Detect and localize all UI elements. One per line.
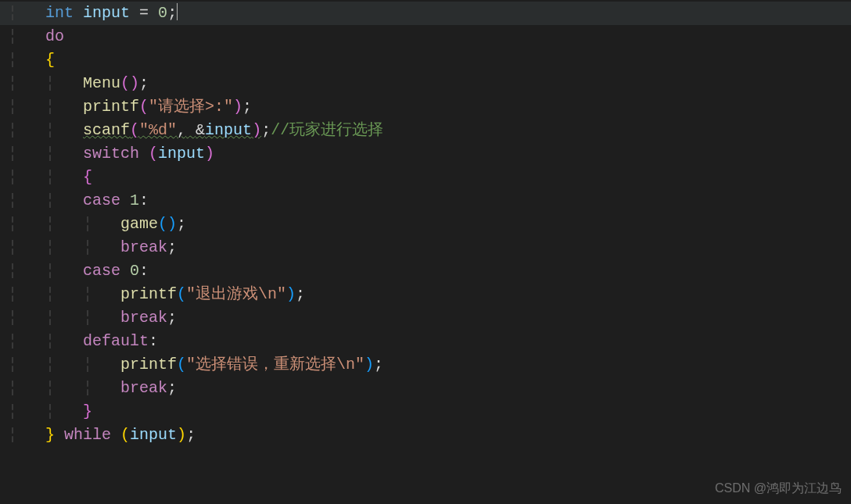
keyword-break: break	[120, 238, 167, 256]
function-game: game	[120, 215, 158, 233]
code-line[interactable]: ¦ ¦ scanf("%d", &input);//玩家进行选择	[0, 119, 851, 142]
brace-open: {	[45, 51, 55, 69]
keyword-while: while	[64, 426, 111, 444]
string-literal: "退出游戏\n"	[186, 285, 286, 303]
keyword-break: break	[120, 379, 167, 397]
keyword-switch: switch	[83, 145, 139, 163]
code-line[interactable]: ¦ ¦ case 0:	[0, 259, 851, 283]
variable-input: input	[83, 4, 130, 22]
code-line[interactable]: ¦ ¦ case 1:	[0, 189, 851, 213]
function-printf: printf	[120, 285, 177, 303]
code-line[interactable]: ¦ ¦ ¦ printf("退出游戏\n");	[0, 283, 851, 306]
function-printf: printf	[120, 356, 177, 374]
code-line[interactable]: ¦ ¦ default:	[0, 330, 851, 353]
keyword-case: case	[83, 191, 120, 209]
code-line[interactable]: ¦ ¦ Menu();	[0, 72, 851, 95]
function-scanf: scanf	[83, 121, 130, 139]
keyword-int: int	[45, 4, 74, 22]
code-line[interactable]: ¦ ¦ }	[0, 400, 851, 424]
brace-open: {	[83, 168, 92, 186]
comment: //玩家进行选择	[271, 121, 383, 139]
keyword-break: break	[120, 309, 167, 327]
code-line[interactable]: ¦ ¦ ¦ printf("选择错误，重新选择\n");	[0, 353, 851, 377]
code-line[interactable]: ¦ ¦ ¦ game();	[0, 213, 851, 236]
code-line[interactable]: ¦ } while (input);	[0, 424, 851, 447]
code-line[interactable]: ¦ ¦ ¦ break;	[0, 306, 851, 330]
brace-close: }	[45, 426, 55, 444]
text-cursor	[177, 3, 178, 20]
keyword-case: case	[83, 262, 120, 280]
code-line[interactable]: ¦ {	[0, 48, 851, 72]
brace-close: }	[83, 402, 92, 420]
code-line[interactable]: ¦ ¦ printf("请选择>:");	[0, 95, 851, 119]
code-editor[interactable]: ¦ int input = 0; ¦ do ¦ { ¦ ¦ Menu(); ¦ …	[0, 0, 851, 447]
code-line[interactable]: ¦ ¦ switch (input)	[0, 142, 851, 166]
code-line[interactable]: ¦ int input = 0;	[0, 2, 851, 25]
string-literal: "请选择>:"	[149, 98, 233, 116]
keyword-do: do	[45, 27, 64, 45]
function-printf: printf	[83, 98, 139, 116]
string-literal: "选择错误，重新选择\n"	[186, 356, 364, 374]
keyword-default: default	[83, 332, 149, 350]
string-literal: "%d"	[139, 121, 177, 139]
code-line[interactable]: ¦ ¦ ¦ break;	[0, 377, 851, 400]
code-line[interactable]: ¦ do	[0, 25, 851, 48]
code-line[interactable]: ¦ ¦ {	[0, 166, 851, 189]
code-line[interactable]: ¦ ¦ ¦ break;	[0, 236, 851, 259]
watermark: CSDN @鸿即为江边鸟	[715, 479, 842, 498]
function-menu: Menu	[83, 74, 120, 92]
